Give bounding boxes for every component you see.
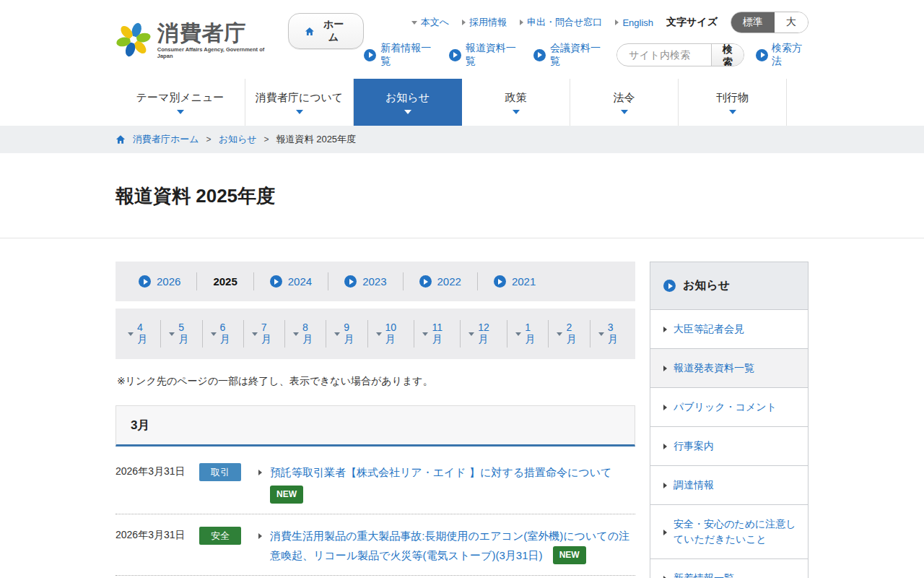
nav-tab[interactable]: 法令	[570, 79, 679, 126]
chevron-down-icon	[296, 110, 303, 114]
quick-link[interactable]: 会議資料一覧	[533, 42, 605, 68]
month-tab[interactable]: 4月	[120, 320, 161, 348]
month-tab[interactable]: 12月	[461, 320, 507, 348]
triangle-right-icon	[258, 533, 262, 539]
sidebar-item[interactable]: 安全・安心のために注意していただきたいこと	[650, 504, 808, 558]
play-circle-icon	[663, 280, 676, 292]
month-tab[interactable]: 3月	[590, 320, 631, 348]
chevron-down-icon	[621, 110, 628, 114]
utility-link[interactable]: 本文へ	[411, 16, 449, 29]
triangle-down-icon	[422, 332, 428, 336]
utility-link[interactable]: English	[615, 17, 653, 28]
global-nav: テーマ別メニュー 消費者庁について お知らせ 政策 法令	[0, 79, 924, 126]
agency-subtitle: Consumer Affairs Agency, Government of J…	[157, 46, 272, 59]
new-badge: NEW	[270, 486, 303, 504]
site-search: 検索	[616, 43, 744, 66]
triangle-down-icon	[293, 332, 299, 336]
sidebar-header: お知らせ	[650, 262, 808, 309]
nav-tab[interactable]: テーマ別メニュー	[116, 79, 245, 126]
chevron-down-icon	[177, 110, 184, 114]
category-badge: 取引	[199, 463, 241, 481]
agency-title: 消費者庁	[157, 21, 272, 45]
month-tab[interactable]: 9月	[326, 320, 367, 348]
font-size-label: 文字サイズ	[666, 16, 718, 29]
triangle-down-icon	[334, 332, 340, 336]
triangle-down-icon	[169, 332, 175, 336]
triangle-right-icon	[663, 483, 667, 488]
news-link[interactable]: 預託等取引業者【株式会社リア・エイド 】に対する措置命令について	[270, 466, 611, 478]
play-circle-icon	[344, 275, 357, 288]
quick-link[interactable]: 新着情報一覧	[364, 42, 435, 68]
sidebar-item[interactable]: 行事案内	[650, 426, 808, 465]
quick-link[interactable]: 報道資料一覧	[449, 42, 520, 68]
title-band: 報道資料 2025年度	[0, 153, 924, 238]
agency-logo[interactable]: 消費者庁 Consumer Affairs Agency, Government…	[116, 20, 272, 59]
month-tab[interactable]: 5月	[161, 320, 202, 348]
utility-link[interactable]: 採用情報	[462, 16, 507, 29]
year-tab[interactable]: 2025	[197, 272, 253, 290]
chevron-down-icon	[729, 110, 736, 114]
quick-links: 新着情報一覧 報道資料一覧 会議資料一覧	[364, 42, 605, 68]
month-tabs: 4月 5月 6月 7月 8月	[116, 309, 635, 359]
breadcrumb-home-link[interactable]: 消費者庁ホーム	[133, 133, 199, 146]
news-date: 2026年3月31日	[116, 527, 196, 542]
font-size-option[interactable]: 大	[775, 12, 808, 33]
home-button[interactable]: ホーム	[288, 13, 365, 49]
month-tab[interactable]: 2月	[549, 320, 590, 348]
nav-tab[interactable]: 政策	[462, 79, 570, 126]
breadcrumb-link[interactable]: お知らせ	[219, 133, 257, 146]
year-tabs: 2026 2025 2024 2023	[116, 262, 635, 301]
month-tab[interactable]: 1月	[507, 320, 549, 348]
triangle-right-icon	[663, 530, 667, 535]
play-circle-icon	[139, 275, 151, 288]
nav-tab[interactable]: 刊行物	[679, 79, 787, 126]
sidebar-item[interactable]: 新着情報一覧	[650, 558, 808, 578]
sidebar: お知らせ 大臣等記者会見 報道発表資料一覧 パブリック・コメント	[650, 262, 808, 578]
nav-tab[interactable]: お知らせ	[354, 79, 462, 126]
search-button[interactable]: 検索	[711, 43, 744, 66]
chevron-down-icon	[404, 110, 411, 114]
news-list: 2026年3月31日 取引 預託等取引業者【株式会社リア・エイド 】に対する措置…	[116, 451, 635, 578]
sidebar-item[interactable]: 大臣等記者会見	[650, 309, 808, 348]
page-title: 報道資料 2025年度	[116, 153, 808, 238]
chevron-down-icon	[513, 110, 520, 114]
utility-links: 本文へ 採用情報 申出・問合せ窓口	[411, 16, 653, 29]
search-input[interactable]	[617, 49, 711, 61]
nav-tab[interactable]: 消費者庁について	[245, 79, 354, 126]
font-size-option[interactable]: 標準	[731, 12, 775, 33]
year-tab[interactable]: 2024	[254, 272, 328, 290]
utility-link[interactable]: 申出・問合せ窓口	[520, 16, 602, 29]
breadcrumb-bar: 消費者庁ホーム > お知らせ > 報道資料 2025年度	[0, 126, 924, 153]
month-tab[interactable]: 7月	[244, 320, 285, 348]
sidebar-menu: 大臣等記者会見 報道発表資料一覧 パブリック・コメント 行事案内	[650, 309, 808, 578]
main-column: 2026 2025 2024 2023	[116, 262, 635, 578]
triangle-down-icon	[515, 332, 521, 336]
news-date: 2026年3月31日	[116, 463, 196, 478]
triangle-right-icon	[258, 470, 262, 475]
year-tab[interactable]: 2026	[123, 272, 197, 290]
triangle-down-icon	[598, 332, 604, 336]
month-tab[interactable]: 11月	[414, 320, 461, 348]
home-icon	[305, 26, 315, 37]
search-help-link[interactable]: 検索方法	[756, 42, 808, 68]
play-circle-icon	[756, 49, 768, 61]
month-tab[interactable]: 8月	[285, 320, 326, 348]
breadcrumb: 消費者庁ホーム > お知らせ > 報道資料 2025年度	[116, 133, 808, 146]
triangle-down-icon	[252, 332, 258, 336]
play-circle-icon	[364, 49, 376, 61]
year-tab[interactable]: 2021	[478, 272, 552, 290]
new-badge: NEW	[553, 546, 586, 564]
month-tab[interactable]: 10月	[368, 320, 415, 348]
sidebar-item[interactable]: 報道発表資料一覧	[650, 348, 808, 387]
sidebar-item[interactable]: パブリック・コメント	[650, 387, 808, 426]
play-circle-icon	[270, 275, 282, 288]
news-row: 2026年3月31日 取引 預託等取引業者【株式会社リア・エイド 】に対する措置…	[116, 451, 635, 514]
disclaimer-note: ※リンク先のページの一部は終了し、表示できない場合があります。	[117, 375, 634, 388]
triangle-down-icon	[468, 332, 474, 336]
sidebar-item[interactable]: 調達情報	[650, 465, 808, 504]
year-tab[interactable]: 2022	[404, 272, 478, 290]
site-header: 消費者庁 Consumer Affairs Agency, Government…	[0, 0, 924, 76]
news-row: 2026年3月31日 安全 消費生活用製品の重大製品事故:長期使用のエアコン(室…	[116, 514, 635, 576]
month-tab[interactable]: 6月	[203, 320, 244, 348]
year-tab[interactable]: 2023	[328, 272, 403, 290]
